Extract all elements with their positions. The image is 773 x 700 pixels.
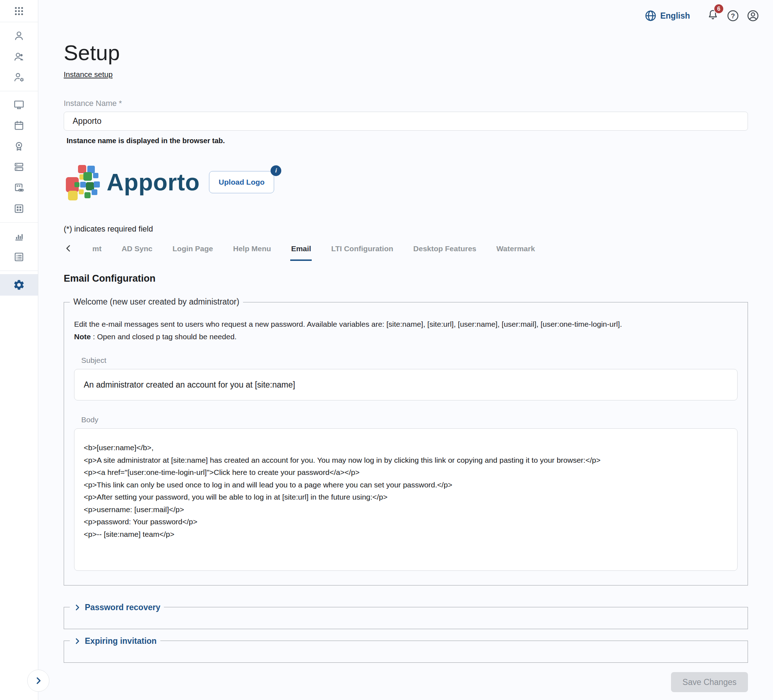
tabs-scroll-left-button[interactable]: [64, 242, 73, 253]
welcome-description: Edit the e-mail messages sent to users w…: [74, 319, 738, 330]
server-icon: [13, 161, 25, 173]
welcome-email-fieldset: Welcome (new user created by administrat…: [64, 302, 748, 585]
globe-icon: [645, 10, 657, 22]
report-list-icon: [13, 251, 25, 263]
sidebar-item-users[interactable]: [0, 25, 38, 46]
save-row: Save Changes: [64, 672, 748, 692]
password-recovery-toggle[interactable]: Password recovery: [70, 603, 164, 612]
user-icon: [13, 30, 25, 42]
body-line: <p>This link can only be used once to lo…: [84, 479, 728, 491]
expiring-invitation-label: Expiring invitation: [85, 636, 157, 646]
tab-login-page[interactable]: Login Page: [172, 242, 214, 261]
email-configuration-heading: Email Configuration: [64, 273, 748, 284]
sidebar-item-logs[interactable]: [0, 246, 38, 267]
body-textarea[interactable]: <b>[user:name]</b>, <p>A site administra…: [74, 428, 738, 571]
sidebar-item-desktops[interactable]: [0, 94, 38, 115]
sidebar-divider: [0, 271, 38, 271]
app-grid-icon: [13, 202, 25, 215]
sidebar-item-certificates[interactable]: [0, 136, 38, 157]
tab-lti-configuration[interactable]: LTI Configuration: [330, 242, 394, 261]
chevron-right-icon: [73, 603, 81, 611]
body-line: <p>A site administrator at [site:name] h…: [84, 454, 728, 467]
language-selector[interactable]: English: [645, 10, 690, 22]
sidebar-item-launcher[interactable]: [0, 0, 38, 22]
info-icon[interactable]: i: [271, 165, 281, 176]
account-icon: [747, 9, 760, 22]
sidebar-expand-button[interactable]: [27, 670, 49, 692]
instance-name-label: Instance Name *: [64, 99, 748, 108]
logo-row: Apporto Upload Logo i: [64, 162, 748, 202]
tab-email[interactable]: Email: [290, 242, 312, 261]
calendar-icon: [13, 120, 25, 132]
required-field-note: (*) indicates required field: [64, 224, 748, 234]
instance-name-input[interactable]: [64, 112, 748, 131]
app-link-icon: [13, 182, 25, 194]
tab-ad-sync[interactable]: AD Sync: [121, 242, 153, 261]
tab-mt[interactable]: mt: [92, 242, 102, 261]
apps-launcher-icon: [13, 6, 24, 16]
topbar-actions: English 6 ?: [645, 8, 760, 23]
subject-input[interactable]: [74, 369, 738, 401]
sidebar-item-user-settings[interactable]: [0, 67, 38, 88]
user-group-icon: [13, 51, 25, 62]
body-line: <p>-- [site:name] team</p>: [84, 528, 728, 541]
help-icon: ?: [727, 9, 739, 22]
sidebar-item-analytics[interactable]: [0, 226, 38, 246]
chevron-right-icon: [33, 676, 43, 686]
body-line: <p>After setting your password, you will…: [84, 491, 728, 503]
sidebar-divider: [0, 222, 38, 223]
app-root: English 6 ? Setup Instance setup Instanc…: [0, 0, 773, 700]
analytics-icon: [13, 230, 25, 242]
instance-name-help: Instance name is displayed in the browse…: [64, 137, 748, 145]
sidebar-item-app-links[interactable]: [0, 177, 38, 198]
desktop-icon: [13, 99, 25, 111]
body-line: <p><a href="[user:one-time-login-url]">C…: [84, 466, 728, 479]
body-label: Body: [74, 416, 738, 424]
welcome-note: Note : Open and closed p tag should be n…: [74, 332, 738, 341]
welcome-fieldset-legend: Welcome (new user created by administrat…: [70, 297, 243, 307]
note-text: : Open and closed p tag should be needed…: [91, 332, 237, 341]
password-recovery-fieldset: Password recovery: [64, 607, 748, 629]
main-content: Setup Instance setup Instance Name * Ins…: [38, 0, 773, 700]
tab-bar: mt AD Sync Login Page Help Menu Email LT…: [64, 242, 748, 261]
language-label: English: [660, 11, 690, 21]
badge-icon: [13, 140, 25, 153]
sidebar-item-settings[interactable]: [0, 274, 38, 296]
sidebar-divider: [0, 91, 38, 91]
notifications-button[interactable]: 6: [706, 8, 719, 23]
tab-help-menu[interactable]: Help Menu: [232, 242, 271, 261]
expiring-invitation-toggle[interactable]: Expiring invitation: [70, 636, 160, 646]
account-button[interactable]: [747, 9, 760, 22]
expiring-invitation-fieldset: Expiring invitation: [64, 641, 748, 663]
apporto-wordmark: Apporto: [107, 169, 200, 196]
user-settings-icon: [13, 71, 25, 84]
help-button[interactable]: ?: [727, 9, 739, 22]
body-line: <b>[user:name]</b>,: [84, 442, 728, 454]
settings-icon: [13, 279, 25, 291]
chevron-right-icon: [73, 637, 81, 645]
note-label: Note: [74, 332, 91, 341]
subject-label: Subject: [74, 356, 738, 365]
sidebar-item-schedule[interactable]: [0, 115, 38, 136]
apporto-logo-icon: [64, 162, 101, 202]
svg-text:?: ?: [731, 12, 735, 20]
sidebar: [0, 0, 38, 700]
tab-watermark[interactable]: Watermark: [496, 242, 536, 261]
body-line: <p>username: [user:mail]</p>: [84, 503, 728, 516]
sidebar-item-applications[interactable]: [0, 198, 38, 219]
body-line: <p>password: Your password</p>: [84, 516, 728, 528]
tab-desktop-features[interactable]: Desktop Features: [413, 242, 477, 261]
sidebar-item-groups[interactable]: [0, 46, 38, 67]
instance-setup-link[interactable]: Instance setup: [64, 70, 113, 79]
chevron-left-icon: [64, 244, 73, 253]
sidebar-item-servers[interactable]: [0, 157, 38, 177]
save-changes-button[interactable]: Save Changes: [671, 672, 748, 692]
upload-logo-button[interactable]: Upload Logo i: [209, 171, 274, 193]
password-recovery-label: Password recovery: [85, 603, 160, 612]
notification-badge: 6: [714, 3, 724, 14]
